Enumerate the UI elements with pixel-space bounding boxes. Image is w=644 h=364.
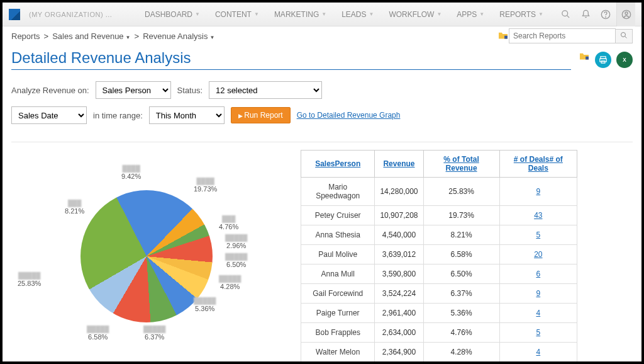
cell-pct: 2.96% <box>423 362 499 365</box>
run-report-button[interactable]: Run Report <box>231 107 291 123</box>
cell-pct: 4.28% <box>423 343 499 362</box>
svg-point-6 <box>625 12 628 14</box>
cell-salesperson: Anna Mull <box>301 264 375 284</box>
breadcrumb-leaf[interactable]: Revenue Analysis▼ <box>143 31 214 41</box>
cell-revenue: 4,540,000 <box>375 225 423 245</box>
svg-line-1 <box>567 15 569 18</box>
time-range-label: in time range: <box>93 111 143 120</box>
pie-label: █████6.37% <box>143 326 165 341</box>
cell-revenue: 3,639,012 <box>375 245 423 264</box>
breadcrumb-row: Reports > Sales and Revenue▼ > Revenue A… <box>3 26 641 45</box>
search-reports-button[interactable] <box>615 29 633 43</box>
nav-content[interactable]: CONTENT▼ <box>209 3 265 26</box>
col-salesperson[interactable]: SalesPerson <box>301 151 375 178</box>
cell-deals[interactable]: 20 <box>499 245 577 264</box>
chevron-down-icon: ▼ <box>479 11 484 17</box>
status-select[interactable]: 12 selected <box>209 81 322 99</box>
nav-leads[interactable]: LEADS▼ <box>335 3 380 26</box>
cell-revenue: 14,280,000 <box>375 178 423 206</box>
cell-revenue: 3,524,224 <box>375 284 423 304</box>
svg-text:X: X <box>623 57 626 62</box>
app-logo-icon <box>9 9 20 20</box>
chevron-down-icon: ▼ <box>254 11 259 17</box>
cell-deals[interactable]: 5 <box>499 225 577 245</box>
cell-revenue: 3,590,800 <box>375 264 423 284</box>
nav-workflow[interactable]: WORKFLOW▼ <box>382 3 448 26</box>
chevron-down-icon: ▼ <box>209 35 214 40</box>
breadcrumb-mid[interactable]: Sales and Revenue▼ <box>52 31 130 41</box>
time-range-select[interactable]: This Month <box>149 106 225 124</box>
excel-export-icon[interactable]: X <box>616 52 633 68</box>
chevron-down-icon: ▼ <box>369 11 374 17</box>
folder-save-icon[interactable] <box>579 52 590 68</box>
table-row: Paul Molive3,639,0126.58%20 <box>301 245 577 264</box>
cell-deals[interactable]: 6 <box>499 264 577 284</box>
chevron-down-icon: ▼ <box>321 11 326 17</box>
cell-revenue: 2,364,900 <box>375 343 423 362</box>
detailed-graph-link[interactable]: Go to Detailed Revenue Graph <box>297 111 401 120</box>
chevron-down-icon: ▼ <box>538 11 543 17</box>
table-row: Gail Forcewind3,524,2246.37%9 <box>301 284 577 304</box>
filters-panel: Analyze Revenue on: Sales Person Status:… <box>3 72 641 138</box>
nav-reports[interactable]: REPORTS▼ <box>493 3 550 26</box>
table-row: Nick R. Bocker1,635,0002.96%14 <box>301 362 577 365</box>
svg-rect-7 <box>504 35 508 38</box>
search-reports-input[interactable] <box>509 28 616 43</box>
page-title: Detailed Revenue Analysis <box>11 49 571 70</box>
table-row: Petey Cruiser10,907,20819.73%43 <box>301 206 577 225</box>
breadcrumb-root[interactable]: Reports <box>11 31 40 41</box>
nav-marketing[interactable]: MARKETING▼ <box>268 3 333 26</box>
cell-pct: 4.76% <box>423 323 499 343</box>
folder-save-icon[interactable] <box>497 31 509 42</box>
org-name[interactable]: (MY ORGANIZATION) ... <box>29 11 112 18</box>
pie-label: █████6.58% <box>87 326 109 341</box>
nav-apps[interactable]: APPS▼ <box>450 3 491 26</box>
cell-revenue: 2,961,400 <box>375 304 423 323</box>
cell-salesperson: Petey Cruiser <box>301 206 375 225</box>
svg-point-0 <box>562 11 567 16</box>
chevron-down-icon: ▼ <box>436 11 441 17</box>
cell-deals[interactable]: 9 <box>499 284 577 304</box>
cell-pct: 25.83% <box>423 178 499 206</box>
cell-deals[interactable]: 14 <box>499 362 577 365</box>
svg-line-9 <box>625 36 627 38</box>
cell-pct: 6.50% <box>423 264 499 284</box>
cell-deals[interactable]: 43 <box>499 206 577 225</box>
pie-label: █████25.83% <box>18 272 41 288</box>
cell-salesperson: Walter Melon <box>301 343 375 362</box>
col-pct[interactable]: % of Total Revenue <box>423 151 499 178</box>
user-icon[interactable] <box>616 3 635 26</box>
cell-deals[interactable]: 4 <box>499 343 577 362</box>
cell-deals[interactable]: 4 <box>499 304 577 323</box>
search-icon[interactable] <box>556 3 575 26</box>
cell-salesperson: Paige Turner <box>301 304 375 323</box>
table-row: Bob Frapples2,634,0004.76%5 <box>301 323 577 343</box>
pie-label: ███4.76% <box>219 215 238 231</box>
svg-rect-10 <box>586 56 589 59</box>
breadcrumb-sep: > <box>44 31 49 41</box>
top-bar: (MY ORGANIZATION) ... DASHBOARD▼ CONTENT… <box>3 3 641 26</box>
help-icon[interactable] <box>596 3 615 26</box>
table-row: Walter Melon2,364,9004.28%4 <box>301 343 577 362</box>
pie-chart-panel: ████19.73% ███4.76% █████2.96% █████6.50… <box>11 150 288 364</box>
cell-salesperson: Paul Molive <box>301 245 375 264</box>
pie-label: █████4.28% <box>219 275 241 291</box>
pie-label: ███8.21% <box>65 200 84 215</box>
cell-deals[interactable]: 9 <box>499 178 577 206</box>
bell-icon[interactable] <box>576 3 595 26</box>
nav-dashboard[interactable]: DASHBOARD▼ <box>138 3 206 26</box>
analyze-on-select[interactable]: Sales Person <box>96 81 171 99</box>
svg-point-4 <box>606 16 606 17</box>
print-icon[interactable] <box>595 52 611 68</box>
pie-label: ████19.73% <box>194 178 217 193</box>
cell-pct: 6.37% <box>423 284 499 304</box>
cell-deals[interactable]: 5 <box>499 323 577 343</box>
cell-pct: 8.21% <box>423 225 499 245</box>
cell-salesperson: Anna Sthesia <box>301 225 375 245</box>
date-field-select[interactable]: Sales Date <box>11 106 87 124</box>
col-revenue[interactable]: Revenue <box>375 151 423 178</box>
cell-pct: 19.73% <box>423 206 499 225</box>
table-row: Mario Speedwagon14,280,00025.83%9 <box>301 178 577 206</box>
col-deals[interactable]: # of Deals# of Deals <box>499 151 577 178</box>
cell-pct: 5.36% <box>423 304 499 323</box>
